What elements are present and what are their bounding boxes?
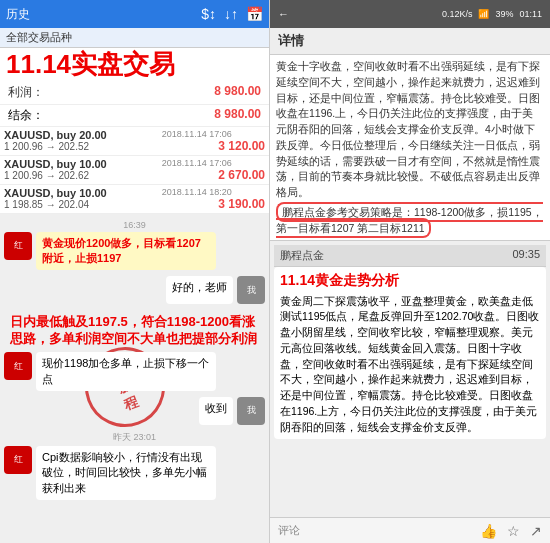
wifi-icon: 📶 [478,9,489,19]
bubble-received: 收到 [199,397,233,425]
header-icons: $↕ ↓↑ 📅 [201,6,263,22]
big-trade-title: 11.14实盘交易 [0,48,269,81]
avatar-teacher: 红 [4,232,32,260]
all-trades-label: 全部交易品种 [6,30,72,45]
back-arrow[interactable]: ← [278,8,289,20]
detail-content: 黄金十字收盘，空间收敛时看不出强弱延续，是有下探延续空间不大，空间越小，操作起来… [270,55,550,240]
chat-analysis: 日内最低触及1197.5，符合1198-1200看涨思路，多单利润空间不大单也把… [4,310,265,352]
chat-bubble-cpi: 红 Cpi数据影响较小，行情没有出现破位，时间回比较快，多单先小幅获利出来 [4,446,265,500]
comment-bar[interactable]: 评论 👍 ☆ ↗ [270,517,550,543]
thumb-icon[interactable]: 👍 [480,523,497,539]
bubble-add: 现价1198加仓多单，止损下移一个点 [36,352,216,391]
right-chat-body: 黄金周二下探震荡收平，亚盘整理黄金，欧美盘走低测试1195低点，尾盘反弹回升至1… [280,294,540,436]
time-text: 01:11 [519,9,542,19]
avatar-teacher-2: 红 [4,352,32,380]
chat-time-1: 16:39 [4,220,265,230]
right-chat-area[interactable]: 鹏程点金 09:35 11.14黄金走势分析 黄金周二下探震荡收平，亚盘整理黄金… [270,241,550,517]
right-chat-header: 鹏程点金 09:35 [274,245,546,267]
analysis-text: 日内最低触及1197.5，符合1198-1200看涨思路，多单利润空间不大单也把… [10,314,257,346]
chat-label: 鹏程点金 [280,248,324,263]
profit-value: 8 980.00 [214,84,261,101]
bubble-cpi: Cpi数据影响较小，行情没有出现破位，时间回比较快，多单先小幅获利出来 [36,446,216,500]
detail-circle-highlight: 鹏程点金参考交易策略是：1198-1200做多，损1195，第一目标看1207 … [276,205,544,237]
arrow-icon[interactable]: ↓↑ [224,6,238,22]
balance-value: 8 980.00 [214,107,261,124]
right-status-bar: ← 0.12K/s 📶 39% 01:11 [270,0,550,28]
chat-time-2: 昨天 23:01 [4,431,265,444]
balance-label: 结余： [8,107,44,124]
table-row: XAUUSD, buy 10.00 1 198.85 → 202.04 2018… [0,184,269,213]
right-chat-title: 11.14黄金走势分析 [280,271,540,291]
trade-table-area: XAUUSD, buy 20.00 1 200.96 → 202.52 2018… [0,127,269,214]
profit-label: 利润： [8,84,44,101]
chat-bubble-add: 红 现价1198加仓多单，止损下移一个点 [4,352,265,391]
comment-placeholder: 评论 [278,523,300,538]
right-bubble-content: 11.14黄金走势分析 黄金周二下探震荡收平，亚盘整理黄金，欧美盘走低测试119… [274,267,546,439]
trade-table: XAUUSD, buy 20.00 1 200.96 → 202.52 2018… [0,127,269,214]
battery-text: 39% [495,9,513,19]
chat-section[interactable]: 16:39 红 黄金现价1200做多，目标看1207附近，止损1197 我 好的… [0,214,269,543]
left-header: 历史 $↕ ↓↑ 📅 [0,0,269,28]
history-title: 历史 [6,6,30,23]
bubble-reply1: 好的，老师 [166,276,233,304]
right-chat-bubble: 11.14黄金走势分析 黄金周二下探震荡收平，亚盘整理黄金，欧美盘走低测试119… [274,267,546,439]
detail-para1: 黄金十字收盘，空间收敛时看不出强弱延续，是有下探延续空间不大，空间越小，操作起来… [276,59,544,201]
sort-icon[interactable]: $↕ [201,6,216,22]
detail-title-text: 详情 [278,33,304,48]
table-row: XAUUSD, buy 20.00 1 200.96 → 202.52 2018… [0,127,269,156]
avatar-teacher-3: 红 [4,446,32,474]
signal-text: 0.12K/s [442,9,473,19]
tip-text: 黄金现价1200做多，目标看1207附近，止损1197 [42,237,201,264]
avatar-me: 我 [237,276,265,304]
chat-bubble-tip: 红 黄金现价1200做多，目标看1207附近，止损1197 [4,232,265,271]
right-panel: ← 0.12K/s 📶 39% 01:11 详情 黄金十字收盘，空间收敛时看不出… [270,0,550,543]
comment-icons: 👍 ☆ ↗ [480,523,542,539]
status-icons: 0.12K/s 📶 39% 01:11 [442,9,542,19]
bubble-tip: 黄金现价1200做多，目标看1207附近，止损1197 [36,232,216,271]
detail-title-bar: 详情 [270,28,550,55]
strategy-text: 鹏程点金参考交易策略是：1198-1200做多，损1195，第一目标看1207 … [276,202,543,238]
chat-time: 09:35 [512,248,540,263]
profit-row: 利润： 8 980.00 [0,81,269,105]
balance-row: 结余： 8 980.00 [0,105,269,127]
chat-bubble-received: 我 收到 [4,397,265,425]
left-panel: 历史 $↕ ↓↑ 📅 全部交易品种 11.14实盘交易 利润： 8 980.00… [0,0,270,543]
calendar-icon[interactable]: 📅 [246,6,263,22]
chat-bubble-reply1: 我 好的，老师 [4,276,265,304]
avatar-me-2: 我 [237,397,265,425]
star-icon[interactable]: ☆ [507,523,520,539]
table-row: XAUUSD, buy 10.00 1 200.96 → 202.62 2018… [0,155,269,184]
sub-header: 全部交易品种 [0,28,269,48]
share-icon[interactable]: ↗ [530,523,542,539]
